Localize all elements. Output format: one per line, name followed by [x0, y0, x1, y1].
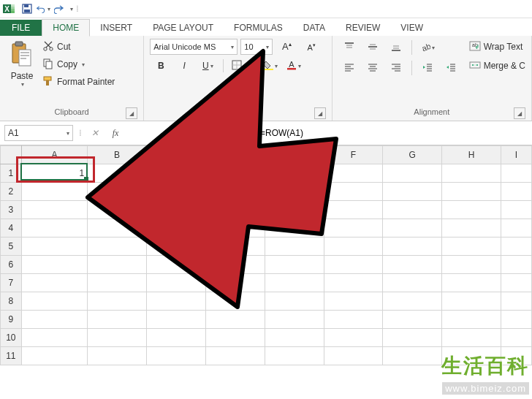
tab-insert[interactable]: INSERT: [90, 20, 142, 36]
cell[interactable]: [21, 201, 88, 219]
tab-review[interactable]: REVIEW: [335, 20, 390, 36]
column-header[interactable]: F: [324, 146, 383, 164]
align-right-button[interactable]: [385, 59, 407, 77]
name-box[interactable]: A1 ▾: [4, 125, 73, 141]
font-size-combo[interactable]: 10 ▾: [240, 39, 273, 55]
merge-center-button[interactable]: Merge & C: [469, 58, 525, 74]
cell[interactable]: [88, 329, 147, 347]
formula-bar-input[interactable]: [129, 125, 528, 141]
align-bottom-button[interactable]: [385, 39, 407, 56]
column-header[interactable]: B: [88, 146, 147, 164]
orientation-button[interactable]: ab▾: [417, 39, 438, 56]
column-header[interactable]: D: [205, 146, 265, 164]
align-middle-button[interactable]: [362, 39, 384, 56]
wrap-text-button[interactable]: ab Wrap Text: [469, 39, 525, 55]
insert-function-button[interactable]: fx: [108, 126, 123, 140]
cell[interactable]: [501, 329, 532, 347]
cell[interactable]: [501, 311, 532, 329]
cell[interactable]: [324, 183, 383, 201]
column-header[interactable]: H: [442, 146, 501, 164]
row-header[interactable]: 1: [1, 164, 22, 183]
format-painter-button[interactable]: Format Painter: [42, 74, 115, 90]
bold-button[interactable]: B: [150, 57, 172, 75]
dialog-launcher-icon[interactable]: ◢: [314, 107, 326, 119]
cell[interactable]: [501, 274, 532, 292]
cell[interactable]: [205, 238, 265, 256]
cell[interactable]: [21, 274, 88, 292]
cell[interactable]: [324, 347, 383, 365]
column-header[interactable]: G: [383, 146, 442, 164]
cell[interactable]: [265, 164, 324, 183]
tab-data[interactable]: DATA: [293, 20, 335, 36]
cell[interactable]: [265, 292, 324, 311]
cell[interactable]: [21, 347, 88, 365]
font-color-button[interactable]: A▾: [283, 57, 305, 75]
cell[interactable]: [265, 183, 324, 201]
cell[interactable]: [147, 256, 206, 274]
cell[interactable]: [265, 256, 324, 274]
cell[interactable]: [324, 292, 383, 311]
cell[interactable]: [324, 329, 383, 347]
cell[interactable]: [88, 219, 147, 238]
cell[interactable]: [21, 329, 88, 347]
cell[interactable]: [147, 347, 206, 365]
decrease-font-button[interactable]: A▾: [300, 38, 322, 56]
column-header[interactable]: A: [21, 146, 88, 164]
cell[interactable]: [205, 347, 265, 365]
cell[interactable]: [265, 329, 324, 347]
cell[interactable]: [265, 274, 324, 292]
cell[interactable]: [88, 201, 147, 219]
cell[interactable]: [147, 164, 206, 183]
row-header[interactable]: 9: [1, 311, 22, 329]
cell[interactable]: [324, 256, 383, 274]
cell[interactable]: [147, 238, 206, 256]
cell[interactable]: [501, 292, 532, 311]
cell[interactable]: [147, 274, 206, 292]
cell[interactable]: [383, 311, 442, 329]
cancel-formula-button[interactable]: ✕: [88, 126, 102, 140]
undo-button[interactable]: ▾: [36, 1, 50, 16]
cell[interactable]: [21, 219, 88, 238]
cell[interactable]: [442, 219, 501, 238]
column-header[interactable]: C: [147, 146, 206, 164]
cell[interactable]: [205, 164, 265, 183]
cell[interactable]: [383, 201, 442, 219]
redo-button[interactable]: [52, 1, 66, 16]
italic-button[interactable]: I: [173, 57, 195, 75]
dialog-launcher-icon[interactable]: ◢: [514, 107, 525, 119]
tab-page-layout[interactable]: PAGE LAYOUT: [142, 20, 224, 36]
align-center-button[interactable]: [362, 59, 384, 77]
cell[interactable]: [88, 292, 147, 311]
cell[interactable]: [21, 256, 88, 274]
cell[interactable]: [383, 219, 442, 238]
cell[interactable]: [88, 347, 147, 365]
row-header[interactable]: 6: [1, 256, 22, 274]
cell[interactable]: [383, 183, 442, 201]
row-header[interactable]: 7: [1, 274, 22, 292]
cell[interactable]: [501, 256, 532, 274]
column-header[interactable]: E: [265, 146, 324, 164]
qat-customize-icon[interactable]: ▾: [70, 6, 73, 12]
cell[interactable]: [21, 292, 88, 311]
cell[interactable]: [265, 219, 324, 238]
cell[interactable]: [21, 238, 88, 256]
select-all-corner[interactable]: [1, 146, 22, 164]
column-header[interactable]: I: [501, 146, 532, 164]
cell[interactable]: [324, 219, 383, 238]
cell[interactable]: [501, 238, 532, 256]
cell[interactable]: [147, 219, 206, 238]
cell[interactable]: [442, 238, 501, 256]
row-header[interactable]: 11: [1, 347, 22, 365]
cell[interactable]: [88, 238, 147, 256]
cell[interactable]: [147, 329, 206, 347]
cell[interactable]: [383, 347, 442, 365]
cell[interactable]: [147, 292, 206, 311]
cell[interactable]: [383, 292, 442, 311]
cell[interactable]: [324, 238, 383, 256]
cell[interactable]: [324, 164, 383, 183]
tab-home[interactable]: HOME: [42, 19, 90, 37]
row-header[interactable]: 4: [1, 219, 22, 238]
cell[interactable]: [383, 256, 442, 274]
cell[interactable]: [88, 274, 147, 292]
row-header[interactable]: 5: [1, 238, 22, 256]
